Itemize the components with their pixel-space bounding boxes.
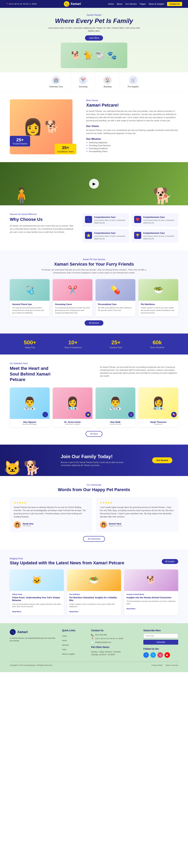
footer-link-services[interactable]: Services	[62, 643, 85, 646]
blog-tag: Blogging Posts	[10, 557, 124, 560]
why-card-4-content: Comprehensive Care Lorem ipsum dolor sit…	[143, 232, 176, 240]
contact-us-button[interactable]: Contact Us	[167, 2, 182, 6]
team-jenna-name: Dr. Jenna Carter	[54, 421, 90, 423]
mission-title: Our Mission	[86, 137, 178, 141]
mission-item-4: Accomplishing Vision	[86, 150, 178, 153]
testimonial-2-avatar: 👩	[100, 521, 107, 528]
blog-header-left: Blogging Posts Stay Updated with the Lat…	[10, 557, 124, 565]
footer-link-team[interactable]: Team	[62, 647, 85, 651]
all-team-button[interactable]: All Team	[85, 431, 103, 437]
why-card-2-content: Comprehensive Care Lorem ipsum dolor sit…	[143, 216, 176, 224]
testimonial-1: ★★★★★ Xamari Petcare has been an absolut…	[10, 497, 92, 532]
nav-news[interactable]: News & Insights	[149, 3, 164, 5]
youtube-icon[interactable]: ▶	[164, 652, 170, 658]
services-grid: 🩺 General Check Ups Our experienced vete…	[10, 279, 178, 316]
testimonial-2-stars: ★★★★★	[100, 501, 174, 504]
twitter-icon[interactable]: t	[150, 652, 156, 658]
mission-item-1: Delivering Happiness	[86, 142, 178, 144]
footer-newsletter-title: Subscribe Here	[143, 629, 178, 632]
footer-link-news[interactable]: News & Insights	[62, 652, 85, 655]
location-icon: 📍	[91, 638, 94, 640]
footer-link-home[interactable]: Home	[62, 634, 85, 638]
team-ihan-image: 👨‍⚕️ ✂️	[96, 388, 135, 419]
service-grooming-title: Grooming Cares	[55, 303, 90, 305]
facebook-icon[interactable]: f	[143, 652, 149, 658]
footer-social-title: Follow Us On:	[143, 648, 178, 650]
service-card-nutrition: 🥗 Pet Nutritions Proper nutrition is vit…	[139, 279, 178, 316]
trusted-number: 25+	[12, 137, 28, 143]
why-card-icon-3: ⭐	[85, 232, 92, 239]
team-alex-image: 👨‍⚕️ 🐾	[10, 388, 49, 419]
service-grooming[interactable]: ✂️ Grooming	[71, 72, 96, 91]
blog-post-3-read-more[interactable]: Read More	[126, 608, 136, 610]
why-card-1-desc: Lorem ipsum dolor sit amet, consectetur …	[94, 219, 126, 224]
hero-title: Where Every Pet Is Family	[16, 17, 172, 25]
instagram-icon[interactable]: ig	[157, 652, 163, 658]
service-veterinary-care[interactable]: 🏥 Veterinary Care	[41, 72, 71, 91]
nav-info: 📍 123 G. de Pa. No. Pio No. G. 28239	[6, 3, 37, 5]
testimonial-2-author: 👩 Emmie Hest Happy Customer	[100, 521, 174, 528]
vision-text: At Xamari Petcare, our vision is to revo…	[86, 129, 178, 135]
blog-post-1-read-more[interactable]: Read More	[12, 611, 21, 613]
service-card-personalized: 💊 Personalized Care We offer personalize…	[96, 279, 135, 316]
why-choose-section: Discover the Xamari Difference Why Choos…	[0, 205, 188, 250]
excellence-label: Excellence Team	[58, 150, 74, 153]
service-checkup-title: General Check Ups	[12, 303, 47, 305]
nav-about[interactable]: About	[117, 3, 122, 5]
service-checkup-body: General Check Ups Our experienced veteri…	[10, 301, 49, 316]
team-ihan-name: Ihan Balik	[98, 421, 134, 423]
service-icons-bar: 🏥 Veterinary Care ✂️ Grooming 🏠 Boarding…	[0, 72, 188, 91]
team-member-jenna: 👩‍⚕️ ⭐ Dr. Jenna Carter Veterinary Surge…	[53, 388, 92, 427]
nav-logo[interactable]: 🐾 Xamari	[64, 1, 81, 7]
footer-description: At Xamari Petcare, we understand that pe…	[10, 637, 56, 642]
mission-item-2: Providing Great Services	[86, 145, 178, 147]
team-member-sarah: 👩‍⚕️ 💊 Sarah Thomson Nutritionist	[139, 388, 178, 427]
terms-service-link[interactable]: Terms & Service	[165, 664, 178, 666]
footer-email-input[interactable]	[143, 633, 178, 638]
all-testimonial-button[interactable]: All Testimonial	[83, 536, 105, 542]
blog-post-2-read-more[interactable]: Read More	[69, 611, 78, 613]
nav-pages[interactable]: Pages	[140, 3, 146, 5]
about-image-container: 👩 🐕 25+ Trusted Partner 35+ Excellence T…	[10, 99, 80, 154]
blog-post-3-category: Human-Animal Bond	[126, 593, 176, 595]
join-section: 🐱 🐕 Join Our Family Today! Become a part…	[0, 444, 188, 476]
why-card-3-desc: Lorem ipsum dolor sit amet, consectetur …	[94, 235, 126, 240]
subscribe-button[interactable]: Subscribe	[143, 640, 178, 645]
video-play-button[interactable]: ▶	[89, 179, 99, 189]
why-card-icon-4: 🏆	[134, 232, 141, 239]
join-get-started-button[interactable]: Get Started	[152, 457, 172, 463]
navigation: 📍 123 G. de Pa. No. Pio No. G. 28239 🐾 X…	[0, 0, 188, 8]
hero-learn-more-button[interactable]: Learn More	[85, 35, 103, 41]
nav-home[interactable]: Home	[108, 3, 114, 5]
service-boarding[interactable]: 🏠 Boarding	[96, 72, 120, 91]
footer-bottom: Copyright © 2024 Xamaripetcare. All Righ…	[10, 662, 178, 666]
service-pet-supplies[interactable]: 🛒 Pet Supplies	[120, 72, 147, 91]
veterinary-icon: 🏥	[52, 76, 60, 84]
video-person-illustration: 🧍	[12, 187, 31, 205]
privacy-policy-link[interactable]: Privacy Policy	[151, 664, 162, 666]
why-left-content: Discover the Xamari Difference Why Choos…	[10, 213, 76, 243]
service-nutrition-body: Pet Nutritions Proper nutrition is vital…	[139, 301, 178, 316]
trusted-partner-badge: 25+ Trusted Partner	[10, 136, 30, 147]
nav-services[interactable]: Our Service	[125, 3, 137, 5]
why-card-1-title: Comprehensive Care	[94, 216, 126, 218]
video-dog-illustration: 🐕	[153, 187, 172, 205]
testimonials-grid: ★★★★★ Xamari Petcare has been an absolut…	[10, 497, 178, 532]
team-ihan-role: Head Groomer	[98, 423, 134, 425]
mission-list: Delivering Happiness Providing Great Ser…	[86, 142, 178, 153]
blog-post-1-image: 🐱	[10, 569, 64, 591]
all-insights-button[interactable]: All Insights	[162, 559, 178, 564]
blog-post-3: 🐕 Human-Animal Bond Insights into the Hu…	[124, 569, 178, 615]
team-description: At Xamari Petcare, we know that the key …	[100, 366, 178, 377]
boarding-label: Boarding	[104, 86, 111, 88]
mission-item-3: Promoting Excellence	[86, 147, 178, 150]
footer-newsletter: Subscribe Here Subscribe	[143, 629, 178, 645]
all-services-button[interactable]: All Services	[85, 320, 103, 326]
footer-link-about[interactable]: About	[62, 638, 85, 642]
service-personalized-image: 💊	[96, 279, 135, 301]
hero-tag: Xamari Petcare	[16, 14, 172, 16]
blog-header: Blogging Posts Stay Updated with the Lat…	[10, 557, 178, 565]
blog-post-2-body: Pet Nutrition Pet Nutrition Unleashed: I…	[67, 591, 121, 615]
service-nutrition-title: Pet Nutritions	[141, 303, 176, 305]
why-cards-grid: 🐾 Comprehensive Care Lorem ipsum dolor s…	[82, 213, 178, 243]
